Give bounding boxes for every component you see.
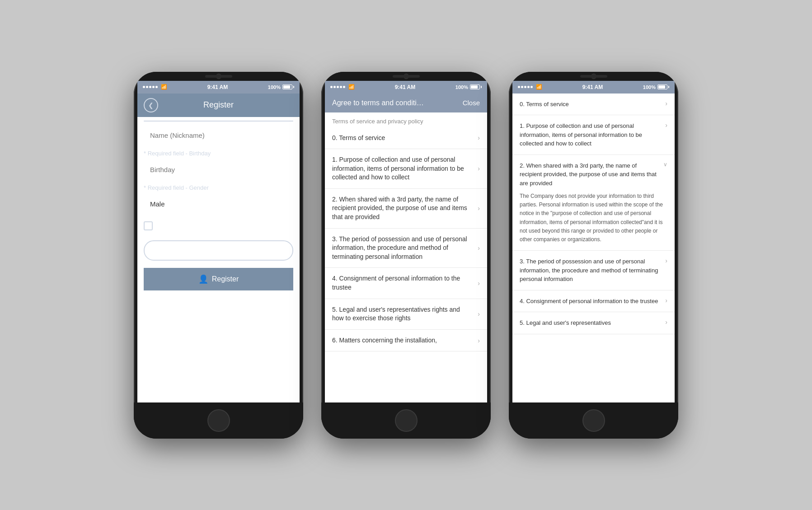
view-terms-label: * View terms and conditions	[152, 247, 235, 254]
gender-field[interactable]: Male	[144, 195, 293, 213]
battery-percent: 100%	[268, 84, 281, 90]
status-left-3: 📶	[518, 84, 542, 90]
signal-dots	[143, 86, 158, 88]
chevron-icon-0: ›	[478, 134, 480, 141]
detail-body-2: The Company does not provide your inform…	[520, 187, 667, 244]
status-bar-3: 📶 9:41 AM 100%	[512, 81, 675, 94]
status-bar: 📶 9:41 AM 100%	[137, 81, 300, 94]
detail-item-0[interactable]: 0. Terms of service ›	[512, 94, 675, 116]
terms-item-1[interactable]: 1. Purpose of collection and use of pers…	[325, 149, 487, 189]
home-button-3[interactable]	[582, 409, 605, 432]
chevron-right-icon: ›	[283, 247, 285, 254]
detail-header-2: 2. When shared with a 3rd party, the nam…	[520, 161, 667, 188]
phone-speaker-3	[580, 75, 607, 78]
back-icon: ❮	[148, 102, 154, 109]
register-label: Register	[212, 275, 239, 283]
phone-bottom	[134, 402, 303, 439]
phone-speaker-2	[393, 75, 420, 78]
modal-header: Agree to terms and conditi… Close	[325, 94, 487, 112]
phone-screen-detail: 📶 9:41 AM 100% 0. Terms of service › 1. …	[512, 81, 675, 402]
chevron-icon-4: ›	[478, 280, 480, 287]
status-time: 9:41 AM	[207, 84, 228, 90]
terms-item-4[interactable]: 4. Consignment of personal information t…	[325, 268, 487, 299]
terms-item-6[interactable]: 6. Matters concerning the installation, …	[325, 330, 487, 352]
modal-title: Agree to terms and conditi…	[332, 99, 463, 107]
detail-item-2[interactable]: 2. When shared with a 3rd party, the nam…	[512, 155, 675, 251]
battery-icon	[282, 84, 294, 89]
chevron-icon-6: ›	[478, 337, 480, 344]
gender-value: Male	[150, 200, 165, 208]
signal-dots-2	[330, 86, 345, 88]
user-icon: 👤	[198, 274, 208, 284]
top-separator	[144, 121, 293, 122]
detail-item-4[interactable]: 4. Consignment of personal information t…	[512, 290, 675, 313]
birthday-label: * Required field - Birthday	[144, 150, 293, 157]
detail-chevron-5: ›	[665, 318, 667, 326]
terms-item-2[interactable]: 2. When shared with a 3rd party, the nam…	[325, 189, 487, 229]
detail-text-5: 5. Legal and user's representatives	[520, 318, 665, 328]
home-button-2[interactable]	[395, 409, 418, 432]
terms-item-text-6: 6. Matters concerning the installation,	[332, 336, 478, 345]
agreement-text: Do you agree to the terms and conditions…	[157, 220, 293, 235]
terms-item-text-5: 5. Legal and user's representatives righ…	[332, 305, 478, 323]
chevron-icon-3: ›	[478, 244, 480, 252]
phone-register: 📶 9:41 AM 100% ❮ Register * Required fi	[134, 72, 303, 439]
detail-chevron-1: ›	[665, 122, 667, 129]
agreement-checkbox[interactable]	[144, 221, 153, 230]
chevron-icon-2: ›	[478, 205, 480, 212]
phone-speaker	[205, 75, 232, 78]
terms-item-text-2: 2. When shared with a 3rd party, the nam…	[332, 195, 478, 222]
detail-text-1: 1. Purpose of collection and use of pers…	[520, 122, 665, 148]
phone-top-bar	[134, 72, 303, 81]
detail-item-1[interactable]: 1. Purpose of collection and use of pers…	[512, 115, 675, 155]
terms-item-text-3: 3. The period of possession and use of p…	[332, 235, 478, 262]
terms-item-5[interactable]: 5. Legal and user's representatives righ…	[325, 299, 487, 330]
phone-bottom-3	[509, 402, 678, 439]
register-button[interactable]: 👤 Register	[144, 268, 293, 290]
terms-item-3[interactable]: 3. The period of possession and use of p…	[325, 229, 487, 268]
detail-chevron-0: ›	[665, 100, 667, 107]
status-left: 📶	[143, 84, 167, 90]
terms-item-0[interactable]: 0. Terms of service ›	[325, 127, 487, 150]
detail-item-3[interactable]: 3. The period of possession and use of p…	[512, 251, 675, 290]
status-time-2: 9:41 AM	[395, 84, 416, 90]
phone-screen-terms: 📶 9:41 AM 100% Agree to terms and condit…	[325, 81, 487, 402]
status-right: 100%	[268, 84, 294, 90]
detail-chevron-4: ›	[665, 297, 667, 304]
close-button[interactable]: Close	[463, 99, 480, 107]
battery-icon-3	[657, 84, 669, 89]
status-right-3: 100%	[643, 84, 669, 90]
terms-section-header: Terms of service and privacy policy	[325, 112, 487, 127]
chevron-icon-1: ›	[478, 165, 480, 172]
terms-item-text-4: 4. Consignment of personal information t…	[332, 274, 478, 292]
home-button[interactable]	[207, 409, 230, 432]
status-bar-2: 📶 9:41 AM 100%	[325, 81, 487, 94]
wifi-icon-3: 📶	[536, 84, 542, 90]
view-terms-button[interactable]: * View terms and conditions ›	[144, 240, 293, 261]
phone-bottom-2	[321, 402, 491, 439]
signal-dots-3	[518, 86, 533, 88]
terms-detail-list: 0. Terms of service › 1. Purpose of coll…	[512, 94, 675, 402]
phone-terms-detail: 📶 9:41 AM 100% 0. Terms of service › 1. …	[509, 72, 678, 439]
terms-item-text-1: 1. Purpose of collection and use of pers…	[332, 155, 478, 182]
birthday-input[interactable]	[144, 160, 293, 179]
back-button[interactable]: ❮	[144, 98, 158, 112]
phone-screen-register: 📶 9:41 AM 100% ❮ Register * Required fi	[137, 81, 300, 402]
nav-bar: ❮ Register	[137, 94, 300, 117]
detail-chevron-3: ›	[665, 257, 667, 264]
terms-list: Terms of service and privacy policy 0. T…	[325, 112, 487, 402]
status-left-2: 📶	[330, 84, 355, 90]
detail-text-0: 0. Terms of service	[520, 100, 665, 109]
register-form: * Required field - Birthday * Required f…	[137, 117, 300, 402]
name-input[interactable]	[144, 126, 293, 145]
gender-label: * Required field - Gender	[144, 184, 293, 191]
detail-text-2: 2. When shared with a 3rd party, the nam…	[520, 161, 663, 188]
terms-item-text-0: 0. Terms of service	[332, 134, 478, 143]
chevron-icon-5: ›	[478, 310, 480, 318]
status-time-3: 9:41 AM	[582, 84, 603, 90]
phone-top-bar-2	[321, 72, 491, 81]
detail-item-5[interactable]: 5. Legal and user's representatives ›	[512, 312, 675, 334]
page-title: Register	[158, 100, 279, 110]
agreement-row: Do you agree to the terms and conditions…	[144, 220, 293, 235]
battery-icon-2	[470, 84, 482, 89]
